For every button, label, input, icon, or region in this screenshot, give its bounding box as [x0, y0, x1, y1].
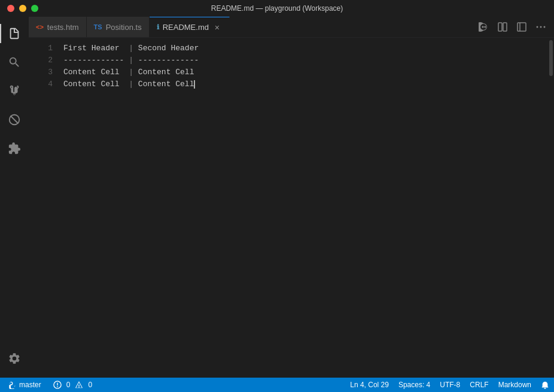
traffic-lights: [7, 5, 38, 12]
code-line-2: ------------- | -------------: [63, 54, 548, 66]
code-line-1: First Header | Second Header: [63, 42, 548, 54]
sidebar-item-extensions[interactable]: [0, 105, 29, 134]
code-line-4: Content Cell | Content Cell: [63, 78, 548, 90]
line-number-1: 1: [29, 42, 53, 54]
bell-icon: [541, 381, 549, 389]
more-actions-button[interactable]: [532, 19, 549, 35]
scrollbar-thumb[interactable]: [549, 40, 553, 76]
git-branch[interactable]: master: [5, 378, 45, 392]
toggle-sidebar-icon: [517, 22, 526, 32]
line-ending[interactable]: CRLF: [465, 378, 493, 392]
status-right: Ln 4, Col 29 Spaces: 4 UTF-8 CRLF Markdo…: [345, 378, 554, 392]
tab-position-ts[interactable]: TS Position.ts: [87, 17, 150, 37]
svg-rect-2: [498, 23, 502, 31]
sidebar-item-remote[interactable]: [0, 134, 29, 163]
branch-icon: [8, 381, 17, 389]
tab-label-tests: tests.htm: [47, 23, 79, 32]
tab-label-readme: README.md: [163, 23, 209, 32]
titlebar: README.md — playground (Workspace): [0, 0, 554, 17]
cursor-position[interactable]: Ln 4, Col 29: [345, 378, 394, 392]
sidebar-item-settings[interactable]: [0, 344, 29, 373]
editor-area: <> tests.htm TS Position.ts ℹ README.md …: [29, 17, 554, 378]
window-title: README.md — playground (Workspace): [211, 4, 343, 13]
activity-bar: [0, 17, 29, 378]
open-preview-button[interactable]: [475, 19, 492, 35]
status-left: master 0 0: [0, 378, 96, 392]
extensions-icon: [8, 142, 21, 155]
settings-icon: [8, 352, 21, 365]
tab-bar: <> tests.htm TS Position.ts ℹ README.md …: [29, 17, 554, 38]
editor-content[interactable]: 1 2 3 4 First Header | Second Header ---…: [29, 38, 554, 378]
split-editor-icon: [498, 22, 507, 32]
svg-point-8: [544, 26, 546, 28]
svg-point-6: [537, 26, 538, 28]
sidebar-item-source-control[interactable]: [0, 77, 29, 105]
svg-line-1: [11, 116, 19, 124]
toggle-sidebar-button[interactable]: [513, 19, 530, 35]
line-number-2: 2: [29, 54, 53, 66]
language-mode[interactable]: Markdown: [494, 378, 536, 392]
svg-point-7: [540, 26, 542, 28]
preview-icon: [479, 22, 488, 32]
files-icon: [8, 27, 21, 40]
line-number-3: 3: [29, 66, 53, 78]
ts-icon: TS: [94, 23, 102, 31]
source-control-icon: [8, 84, 21, 98]
warning-icon: [75, 381, 83, 389]
code-editor[interactable]: First Header | Second Header -----------…: [59, 38, 548, 378]
encoding[interactable]: UTF-8: [435, 378, 465, 392]
md-icon: ℹ: [157, 23, 159, 31]
tab-tests-htm[interactable]: <> tests.htm: [29, 17, 87, 37]
error-count: 0: [66, 381, 71, 389]
branch-name: master: [19, 381, 41, 389]
line-numbers: 1 2 3 4: [29, 38, 59, 378]
more-actions-icon: [536, 22, 546, 32]
html-icon: <>: [36, 23, 44, 31]
minimize-button[interactable]: [19, 5, 26, 12]
error-icon: [53, 381, 62, 389]
tab-label-position: Position.ts: [106, 23, 142, 32]
main-layout: <> tests.htm TS Position.ts ℹ README.md …: [0, 17, 554, 378]
notifications-bell[interactable]: [536, 378, 554, 392]
split-editor-button[interactable]: [494, 19, 511, 35]
search-icon: [8, 56, 21, 69]
scrollbar[interactable]: [548, 38, 554, 378]
svg-rect-4: [518, 23, 526, 31]
status-errors[interactable]: 0 0: [50, 378, 96, 392]
tab-actions: [475, 17, 554, 37]
line-number-4: 4: [29, 78, 53, 90]
sidebar-item-explorer[interactable]: [0, 19, 29, 48]
tab-close-readme[interactable]: ×: [212, 23, 222, 32]
svg-rect-3: [503, 23, 507, 31]
maximize-button[interactable]: [31, 5, 38, 12]
code-line-3: Content Cell | Content Cell: [63, 66, 548, 78]
close-button[interactable]: [7, 5, 14, 12]
no-symbol-icon: [8, 113, 21, 126]
svg-point-11: [57, 386, 58, 387]
warning-count: 0: [88, 381, 92, 389]
indentation[interactable]: Spaces: 4: [394, 378, 435, 392]
status-bar: master 0 0 Ln 4, Col 29 Spaces: 4 UTF-8 …: [0, 378, 554, 392]
tab-readme-md[interactable]: ℹ README.md ×: [150, 17, 230, 37]
sidebar-item-search[interactable]: [0, 48, 29, 77]
